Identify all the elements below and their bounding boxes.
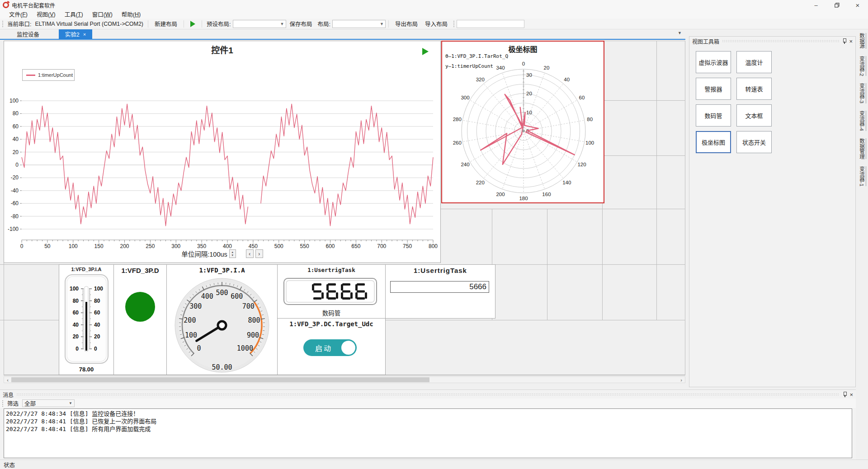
textbox-widget[interactable]: 1:UsertrigTask 5666	[385, 264, 495, 319]
scroll-next-button[interactable]: ›	[255, 249, 263, 258]
svg-text:800: 800	[429, 243, 438, 249]
textbox-input[interactable]: 5666	[390, 281, 489, 293]
export-layout-button[interactable]: 导出布局	[392, 19, 421, 28]
seven-segment-display	[278, 277, 385, 308]
toolbar-grip[interactable]	[2, 20, 4, 28]
import-layout-button[interactable]: 导入布局	[421, 19, 451, 28]
menu-bar: 文件(F)视图(V)工具(T)窗口(W)帮助(H)	[0, 10, 868, 19]
scrollbar-left-button[interactable]: ‹	[4, 377, 11, 383]
digital-caption: 数码管	[278, 308, 385, 317]
svg-text:900: 900	[247, 331, 259, 339]
scroll-prev-button[interactable]: ‹	[246, 249, 254, 258]
alarm-widget[interactable]: 1:VFD_3P.D	[113, 264, 167, 375]
scrollbar-thumb[interactable]	[11, 377, 429, 382]
tab-monitor-device[interactable]: 监控设备	[6, 29, 50, 39]
thermometer-widget[interactable]: 1:VFD_3P.I.A00202040406060808010010078.0…	[59, 264, 114, 375]
dropdown-icon: ▼	[69, 401, 72, 405]
message-log[interactable]: 2022/7/27 8:48:34 [信息] 监控设备已连接！2022/7/27…	[4, 408, 852, 458]
layout-combobox[interactable]: ▼	[332, 20, 386, 28]
svg-text:0: 0	[522, 61, 525, 66]
restore-button[interactable]	[826, 0, 847, 10]
side-tab-1[interactable]: 数据源	[859, 33, 867, 49]
current-port-value: ELTIMA Virtual Serial Port (COM1->COM2)	[33, 21, 145, 27]
side-tab-6[interactable]: 变流器-1	[859, 166, 867, 187]
tab-experiment2[interactable]: 实验2 ×	[59, 29, 92, 39]
menu-item-F[interactable]: 文件(F)	[5, 10, 32, 19]
messages-panel: 消息 × 筛选 全部 ▼ 2022/7/27 8:48:34 [信息] 监控设备…	[0, 389, 856, 460]
svg-text:80: 80	[13, 110, 19, 117]
toggle-switch[interactable]: 启动	[303, 339, 357, 356]
svg-text:1000: 1000	[237, 344, 253, 352]
svg-text:0: 0	[75, 346, 79, 352]
toggle-knob[interactable]	[341, 341, 355, 355]
side-panel-tabs: 数据源变流器-2变流器-3变流器-4数据管理变流器-1	[857, 29, 868, 460]
preset-layout-combobox[interactable]: ▼	[233, 20, 286, 28]
side-tab-4[interactable]: 变流器-4	[859, 111, 867, 131]
svg-text:300: 300	[461, 95, 469, 100]
toolbox-button-7[interactable]: 极坐标图	[696, 131, 731, 153]
spinner-up-icon[interactable]: ▲	[231, 251, 234, 254]
menu-item-T[interactable]: 工具(T)	[60, 10, 88, 19]
menu-item-H[interactable]: 帮助(H)	[117, 10, 145, 19]
svg-text:240: 240	[461, 162, 469, 167]
toggle-title: 1:VFD_3P.DC.Target_Udc	[278, 320, 385, 328]
log-line: 2022/7/27 8:48:41 [信息] 所有用户界面加载完成	[6, 425, 850, 433]
status-bar: 状态	[0, 460, 868, 469]
save-layout-button[interactable]: 保存布局	[286, 19, 316, 28]
close-button[interactable]: ×	[847, 0, 868, 10]
svg-text:60: 60	[94, 310, 100, 316]
scroll-right-icon: ›	[680, 377, 682, 383]
pin-icon[interactable]	[842, 392, 847, 397]
tab-close-icon[interactable]: ×	[83, 32, 86, 37]
side-tab-2[interactable]: 变流器-2	[859, 56, 867, 76]
filter-combobox[interactable]: 全部 ▼	[22, 399, 75, 407]
svg-text:280: 280	[453, 117, 462, 122]
textbox-title: 1:UsertrigTask	[386, 267, 495, 274]
pin-icon[interactable]	[842, 38, 846, 44]
run-play-icon[interactable]	[190, 21, 195, 27]
svg-text:300: 300	[171, 243, 180, 249]
menu-item-W[interactable]: 窗口(W)	[88, 10, 117, 19]
svg-text:100: 100	[585, 140, 594, 145]
oscilloscope-widget[interactable]: 100806040200-20-40-60-80-100050100150200…	[4, 41, 441, 263]
svg-text:80: 80	[94, 298, 100, 304]
x-unit-spinner[interactable]: ▲ ▼	[229, 249, 236, 258]
side-tab-3[interactable]: 变流器-3	[859, 83, 867, 103]
svg-text:-100: -100	[8, 226, 19, 232]
svg-text:50.00: 50.00	[212, 363, 232, 371]
toolbox-button-5[interactable]: 数码管	[696, 104, 731, 127]
svg-text:1:VFD_3P.I.A: 1:VFD_3P.I.A	[71, 267, 101, 272]
polar-chart-widget[interactable]: 0204060801001201401601802002202402602803…	[441, 41, 604, 203]
gauge-widget[interactable]: 1:VFD_3P.I.A0100200300400500600700800900…	[166, 264, 278, 375]
restore-icon	[835, 3, 840, 8]
svg-text:340: 340	[496, 65, 505, 70]
svg-text:500: 500	[216, 289, 228, 297]
legend-series-label: 1:timerUpCount	[38, 72, 73, 78]
toolbox-button-1[interactable]: 虚拟示波器	[696, 51, 731, 73]
toolbar-empty-field[interactable]	[457, 20, 524, 28]
svg-text:250: 250	[146, 243, 155, 249]
dashboard-hscrollbar[interactable]: ‹ ›	[4, 376, 685, 383]
digital-display-widget[interactable]: 1:UsertrigTask 数码管	[277, 264, 386, 319]
toolbar-grip2[interactable]	[453, 20, 455, 28]
side-tab-5[interactable]: 数据管理	[859, 138, 867, 159]
scrollbar-right-button[interactable]: ›	[678, 377, 685, 383]
filter-grip[interactable]	[2, 400, 4, 407]
svg-text:78.00: 78.00	[79, 366, 94, 373]
toolbox-button-3[interactable]: 警报器	[696, 78, 731, 100]
oscilloscope-play-icon[interactable]	[422, 48, 429, 55]
minimize-button[interactable]: –	[806, 0, 826, 10]
toolbox-button-2[interactable]: 温度计	[736, 51, 772, 73]
tab-overflow-dropdown-icon[interactable]: ▼	[678, 31, 682, 35]
new-layout-button[interactable]: 新建布局	[151, 19, 181, 28]
panel-close-icon[interactable]: ×	[849, 38, 853, 45]
spinner-down-icon[interactable]: ▼	[231, 254, 234, 257]
panel-close-icon[interactable]: ×	[849, 391, 853, 398]
grid-line	[438, 209, 685, 209]
toggle-widget[interactable]: 1:VFD_3P.DC.Target_Udc 启动	[277, 318, 386, 375]
svg-text:650: 650	[351, 243, 360, 249]
menu-item-V[interactable]: 视图(V)	[32, 10, 60, 19]
toolbox-button-8[interactable]: 状态开关	[736, 131, 772, 153]
toolbox-button-4[interactable]: 转速表	[736, 78, 772, 100]
toolbox-button-6[interactable]: 文本框	[736, 104, 772, 127]
